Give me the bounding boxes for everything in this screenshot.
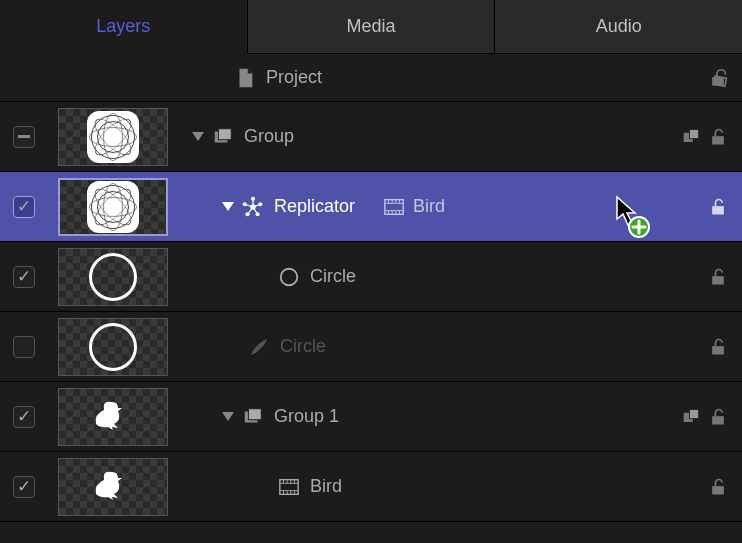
layers-panel: Layers Media Audio Project <box>0 0 742 543</box>
svg-rect-28 <box>248 408 261 419</box>
tab-layers-label: Layers <box>96 16 150 37</box>
circle-graphic <box>89 253 137 301</box>
disclosure-triangle-icon[interactable] <box>222 412 234 421</box>
group-stack-icon <box>212 126 234 148</box>
project-label: Project <box>266 67 322 88</box>
row-circle[interactable]: Circle <box>0 242 742 312</box>
svg-rect-0 <box>712 77 724 85</box>
row-group[interactable]: Group <box>0 102 742 172</box>
group1-label: Group 1 <box>274 406 339 427</box>
svg-rect-25 <box>712 276 724 284</box>
visibility-checkbox[interactable] <box>13 126 35 148</box>
paintbrush-icon <box>248 336 270 358</box>
circle-graphic <box>89 323 137 371</box>
tab-media[interactable]: Media <box>248 0 496 54</box>
layer-thumbnail[interactable] <box>58 318 168 376</box>
lock-icon[interactable] <box>708 127 728 147</box>
visibility-checkbox[interactable] <box>13 196 35 218</box>
svg-rect-26 <box>712 346 724 354</box>
lock-icon[interactable] <box>708 267 728 287</box>
visibility-checkbox[interactable] <box>13 266 35 288</box>
circle-label: Circle <box>310 266 356 287</box>
disclosure-triangle-icon[interactable] <box>192 132 204 141</box>
project-right <box>672 68 742 88</box>
layer-thumbnail[interactable] <box>58 178 168 236</box>
svg-rect-5 <box>712 136 724 144</box>
filmstrip-icon <box>383 196 405 218</box>
layer-thumbnail[interactable] <box>58 248 168 306</box>
group-stack-icon <box>242 406 264 428</box>
spirograph-graphic <box>87 111 139 163</box>
replicator-icon <box>242 196 264 218</box>
layer-thumbnail[interactable] <box>58 108 168 166</box>
svg-point-24 <box>281 268 298 285</box>
svg-rect-30 <box>690 409 699 418</box>
svg-rect-2 <box>218 128 231 139</box>
bird-graphic <box>88 394 138 439</box>
tab-media-label: Media <box>346 16 395 37</box>
row-project[interactable]: Project <box>0 54 742 102</box>
circle-label: Circle <box>280 336 326 357</box>
bird-graphic <box>88 464 138 509</box>
svg-rect-32 <box>280 479 298 494</box>
group-label: Group <box>244 126 294 147</box>
filmstrip-icon <box>278 476 300 498</box>
flatten-icon[interactable] <box>682 407 702 427</box>
svg-rect-4 <box>690 129 699 138</box>
lock-icon[interactable] <box>708 477 728 497</box>
lock-icon[interactable] <box>708 68 728 88</box>
visibility-checkbox[interactable] <box>13 336 35 358</box>
tab-audio[interactable]: Audio <box>495 0 742 54</box>
lock-icon[interactable] <box>708 407 728 427</box>
svg-rect-23 <box>712 206 724 214</box>
lock-icon[interactable] <box>708 197 728 217</box>
tab-audio-label: Audio <box>596 16 642 37</box>
row-bird[interactable]: Bird <box>0 452 742 522</box>
shape-circle-icon <box>278 266 300 288</box>
panel-tabs: Layers Media Audio <box>0 0 742 54</box>
project-hier: Project <box>178 67 672 89</box>
drag-item-label: Bird <box>413 196 445 217</box>
layer-thumbnail[interactable] <box>58 458 168 516</box>
row-replicator[interactable]: Replicator Bird <box>0 172 742 242</box>
document-icon <box>234 67 256 89</box>
row-circle-disabled[interactable]: Circle <box>0 312 742 382</box>
row-group1[interactable]: Group 1 <box>0 382 742 452</box>
spirograph-graphic <box>87 181 139 233</box>
bird-label: Bird <box>310 476 342 497</box>
lock-icon[interactable] <box>708 337 728 357</box>
layer-thumbnail[interactable] <box>58 388 168 446</box>
tab-layers[interactable]: Layers <box>0 0 248 54</box>
drag-indicator: Bird <box>383 196 445 218</box>
visibility-checkbox[interactable] <box>13 406 35 428</box>
visibility-checkbox[interactable] <box>13 476 35 498</box>
flatten-icon[interactable] <box>682 127 702 147</box>
svg-rect-31 <box>712 416 724 424</box>
replicator-label: Replicator <box>274 196 355 217</box>
svg-rect-43 <box>712 486 724 494</box>
svg-rect-12 <box>385 199 403 214</box>
disclosure-triangle-icon[interactable] <box>222 202 234 211</box>
